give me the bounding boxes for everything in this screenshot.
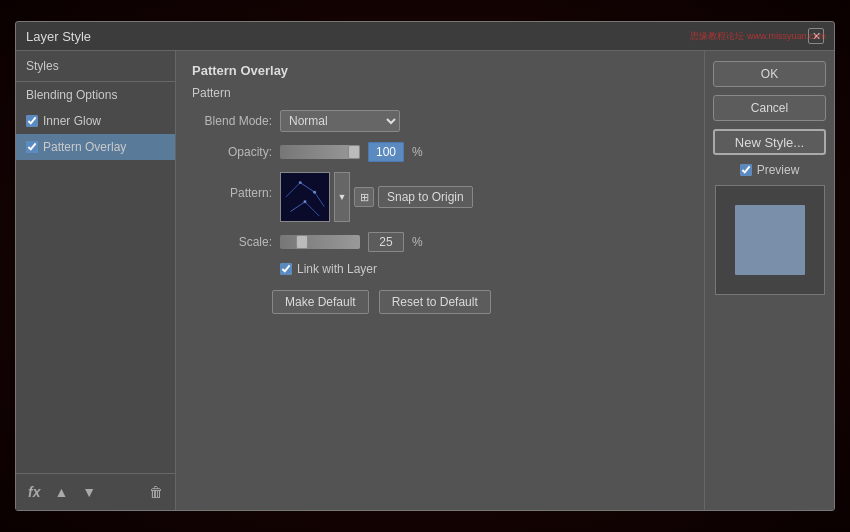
link-with-layer-checkbox[interactable]: [280, 263, 292, 275]
move-down-button[interactable]: ▼: [78, 482, 100, 502]
link-with-layer-label: Link with Layer: [297, 262, 377, 276]
cancel-button[interactable]: Cancel: [713, 95, 826, 121]
blend-mode-select[interactable]: Normal Dissolve Multiply Screen Overlay …: [280, 110, 400, 132]
new-style-button[interactable]: New Style...: [713, 129, 826, 155]
reset-to-default-button[interactable]: Reset to Default: [379, 290, 491, 314]
watermark: 思缘教程论坛 www.missyuan.com: [690, 30, 826, 43]
sidebar-item-pattern-overlay[interactable]: Pattern Overlay: [16, 134, 175, 160]
styles-panel-header: Styles: [16, 51, 175, 82]
sidebar-item-blending-options[interactable]: Blending Options: [16, 82, 175, 108]
inner-glow-checkbox[interactable]: [26, 115, 38, 127]
dialog-body: Styles Blending Options Inner Glow: [16, 51, 834, 510]
svg-point-6: [299, 181, 302, 184]
preview-checkbox-row: Preview: [713, 163, 826, 177]
opacity-row: Opacity: %: [192, 142, 688, 162]
pattern-overlay-checkbox-row: Pattern Overlay: [26, 140, 165, 154]
section-title: Pattern Overlay: [192, 63, 688, 78]
svg-rect-0: [281, 173, 329, 221]
delete-button[interactable]: 🗑: [145, 482, 167, 502]
svg-point-8: [304, 200, 307, 203]
svg-point-7: [313, 191, 316, 194]
pattern-row: Pattern:: [192, 172, 688, 222]
preview-checkbox[interactable]: [740, 164, 752, 176]
styles-panel-footer: fx ▲ ▼ 🗑: [16, 473, 175, 510]
preview-inner: [735, 205, 805, 275]
pattern-new-button[interactable]: ⊞: [354, 187, 374, 207]
inner-glow-checkbox-row: Inner Glow: [26, 114, 165, 128]
scale-row: Scale: %: [192, 232, 688, 252]
pattern-overlay-label: Pattern Overlay: [43, 140, 126, 154]
pattern-label: Pattern:: [192, 186, 272, 200]
preview-box: [715, 185, 825, 295]
opacity-slider[interactable]: [280, 145, 360, 159]
scale-percent: %: [412, 235, 423, 249]
action-buttons-row: Make Default Reset to Default: [272, 290, 688, 314]
opacity-input[interactable]: [368, 142, 404, 162]
scale-label: Scale:: [192, 235, 272, 249]
pattern-overlay-checkbox[interactable]: [26, 141, 38, 153]
blend-mode-label: Blend Mode:: [192, 114, 272, 128]
snap-to-origin-button[interactable]: Snap to Origin: [378, 186, 473, 208]
sidebar-item-inner-glow[interactable]: Inner Glow: [16, 108, 175, 134]
layer-style-dialog: Layer Style ✕ Styles Blending Options In…: [15, 21, 835, 511]
dialog-title: Layer Style: [26, 29, 91, 44]
main-content: Pattern Overlay Pattern Blend Mode: Norm…: [176, 51, 704, 510]
scale-input[interactable]: [368, 232, 404, 252]
styles-list: Blending Options Inner Glow Pattern Over…: [16, 82, 175, 473]
move-up-button[interactable]: ▲: [50, 482, 72, 502]
make-default-button[interactable]: Make Default: [272, 290, 369, 314]
inner-glow-label: Inner Glow: [43, 114, 101, 128]
styles-panel: Styles Blending Options Inner Glow: [16, 51, 176, 510]
ok-button[interactable]: OK: [713, 61, 826, 87]
right-panel: OK Cancel New Style... Preview: [704, 51, 834, 510]
opacity-percent: %: [412, 145, 423, 159]
pattern-dropdown-button[interactable]: ▼: [334, 172, 350, 222]
section-subtitle: Pattern: [192, 86, 688, 100]
pattern-svg: [281, 173, 329, 221]
blending-options-label: Blending Options: [26, 88, 117, 102]
scale-slider[interactable]: [280, 235, 360, 249]
link-with-layer-row: Link with Layer: [280, 262, 688, 276]
opacity-label: Opacity:: [192, 145, 272, 159]
pattern-preview[interactable]: [280, 172, 330, 222]
fx-button[interactable]: fx: [24, 482, 44, 502]
preview-label: Preview: [757, 163, 800, 177]
blend-mode-row: Blend Mode: Normal Dissolve Multiply Scr…: [192, 110, 688, 132]
